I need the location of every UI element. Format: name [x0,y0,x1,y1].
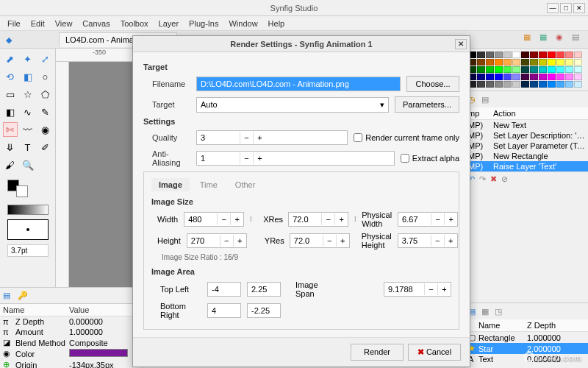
watermark: LO4D.com [524,350,582,364]
target-label: Target [143,100,190,109]
quality-spinner[interactable]: −+ [196,130,348,145]
xres-label: XRes [257,215,282,224]
yres-spinner[interactable]: −+ [290,233,350,248]
physical-height-spinner[interactable]: −+ [398,233,458,248]
topleft-label: Top Left [151,285,201,294]
choose-button[interactable]: Choose... [406,76,459,92]
dialog-title: Render Settings - Synfig Animation 1 [230,40,372,49]
antialiasing-spinner[interactable]: −+ [196,151,395,166]
render-settings-dialog: Render Settings - Synfig Animation 1 ✕ T… [132,35,470,367]
antialiasing-label: Anti-Aliasing [143,149,190,167]
tab-other[interactable]: Other [228,178,263,191]
target-section-label: Target [143,63,459,71]
cancel-button[interactable]: ✖Cancel [408,344,461,361]
height-spinner[interactable]: −+ [187,233,247,248]
dialog-close-button[interactable]: ✕ [455,39,467,49]
plus-icon[interactable]: + [253,132,266,144]
filename-label: Filename [143,79,190,88]
width-label: Width [151,215,178,224]
image-area-label: Image Area [151,267,451,276]
image-span-spinner[interactable]: −+ [384,282,451,297]
physical-height-label: Physical Height [362,232,392,250]
width-spinner[interactable]: −+ [184,212,244,227]
image-size-label: Image Size [151,197,451,206]
link-icon[interactable]: 𝄔 [250,215,251,224]
settings-section-label: Settings [143,117,459,126]
bottomright-label: Bottom Right [151,302,201,319]
minus-icon[interactable]: − [240,132,253,144]
target-combo[interactable]: Auto▾ [196,97,389,113]
yres-label: YRes [259,236,284,245]
render-button[interactable]: Render [351,344,404,361]
parameters-button[interactable]: Parameters... [395,96,459,113]
extract-alpha-checkbox[interactable]: Extract alpha [401,154,459,163]
cancel-icon: ✖ [417,347,424,356]
height-label: Height [151,236,181,245]
link-icon[interactable]: 𝄔 [354,215,356,224]
minus-icon[interactable]: − [240,152,253,164]
image-ratio-label: Image Size Ratio : 16/9 [151,253,451,261]
tab-time[interactable]: Time [193,178,225,191]
tab-image[interactable]: Image [151,178,190,191]
physical-width-spinner[interactable]: −+ [398,212,458,227]
image-span-label: Image Span [287,280,332,298]
topleft-x-input[interactable] [207,282,241,297]
xres-spinner[interactable]: −+ [288,212,348,227]
render-frame-checkbox[interactable]: Render current frame only [354,133,459,142]
physical-width-label: Physical Width [362,210,392,228]
topleft-y-input[interactable] [247,282,281,297]
bottomright-x-input[interactable] [207,303,241,318]
bottomright-y-input[interactable] [247,303,281,318]
chevron-down-icon: ▾ [380,100,384,110]
quality-label: Quality [143,133,190,142]
filename-input[interactable]: D:\LO4D.com\LO4D.com - Animation.png [196,77,401,91]
plus-icon[interactable]: + [253,152,266,164]
